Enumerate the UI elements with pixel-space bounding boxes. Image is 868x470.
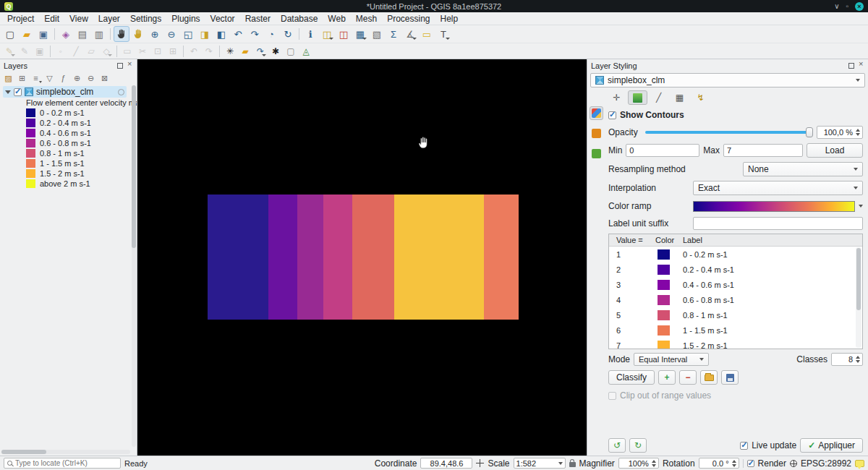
- spin-up-icon[interactable]: [856, 356, 860, 359]
- open-layer-styling-panel[interactable]: ▨: [2, 72, 14, 84]
- statistics-summary[interactable]: Σ: [386, 26, 401, 42]
- min-input[interactable]: [626, 144, 699, 157]
- style-undo-button[interactable]: ↺: [608, 438, 626, 453]
- table-scrollbar[interactable]: [856, 247, 861, 348]
- refresh-map[interactable]: ↻: [280, 26, 296, 42]
- load-button[interactable]: Load: [807, 143, 863, 158]
- menu-item[interactable]: Mesh: [351, 13, 382, 25]
- menu-item[interactable]: Web: [323, 13, 350, 25]
- opacity-spinbox[interactable]: 100,0 %: [817, 126, 863, 139]
- expand-all[interactable]: ⊕: [71, 72, 83, 84]
- 3d-view-tab[interactable]: [590, 127, 603, 140]
- class-table-row[interactable]: 6 1 - 1.5 m s-1: [609, 322, 862, 338]
- spin-down-icon[interactable]: [856, 133, 860, 136]
- maximize-window-icon[interactable]: ▫: [846, 3, 848, 10]
- class-table-row[interactable]: 1 0 - 0.2 m s-1: [609, 247, 862, 262]
- open-attribute-table[interactable]: ▦: [352, 26, 368, 42]
- style-redo-button[interactable]: ↻: [629, 438, 647, 453]
- vertex-tool[interactable]: ◇: [99, 44, 114, 59]
- dataset-group-label[interactable]: Flow element center velocity magnitud: [0, 98, 137, 108]
- interpolation-select[interactable]: Exact: [693, 181, 863, 195]
- select-features[interactable]: ◫: [319, 26, 335, 42]
- toolbar-button[interactable]: [116, 46, 117, 57]
- class-table-row[interactable]: 3 0.4 - 0.6 m s-1: [609, 277, 862, 292]
- live-update-checkbox[interactable]: [740, 442, 748, 450]
- class-table-row[interactable]: 5 0.8 - 1 m s-1: [609, 307, 862, 322]
- label-unit-suffix-input[interactable]: [693, 217, 863, 230]
- class-color-swatch[interactable]: [658, 341, 670, 350]
- current-edits[interactable]: ✎: [2, 44, 17, 59]
- menu-item[interactable]: Edit: [39, 13, 64, 25]
- lock-scale-icon[interactable]: [569, 462, 576, 467]
- spin-up-icon[interactable]: [856, 129, 860, 132]
- opacity-slider-handle[interactable]: [806, 127, 813, 137]
- add-group[interactable]: ⊞: [16, 72, 28, 84]
- show-layout-manager[interactable]: ▥: [91, 26, 107, 42]
- temporal-controller[interactable]: ◔: [263, 26, 279, 42]
- toggle-editing[interactable]: ✎: [17, 44, 32, 59]
- menu-item[interactable]: Project: [2, 13, 39, 25]
- layers-vertical-scrollbar[interactable]: [132, 85, 136, 447]
- float-panel-icon[interactable]: [848, 63, 854, 69]
- locator-search[interactable]: [4, 458, 121, 469]
- zoom-full[interactable]: ◱: [180, 26, 196, 42]
- delete-selected[interactable]: ▭: [120, 44, 135, 59]
- load-color-map-button[interactable]: [700, 370, 718, 385]
- menu-item[interactable]: Vector: [205, 13, 240, 25]
- identify-features[interactable]: ℹ: [302, 26, 318, 42]
- class-label[interactable]: 1 - 1.5 m s-1: [683, 326, 862, 335]
- pan-map-to-selection[interactable]: [130, 26, 146, 42]
- zoom-to-layer[interactable]: ◧: [213, 26, 229, 42]
- layer-visibility-checkbox[interactable]: [14, 88, 22, 96]
- expander-icon[interactable]: [5, 90, 11, 94]
- general-settings-tab[interactable]: ✛: [607, 90, 626, 105]
- class-label[interactable]: 1.5 - 2 m s-1: [683, 341, 862, 350]
- class-label[interactable]: 0 - 0.2 m s-1: [683, 250, 862, 259]
- style-manager[interactable]: ◈: [58, 26, 74, 42]
- zoom-next[interactable]: ↷: [247, 26, 263, 42]
- toolbar-button[interactable]: [299, 28, 299, 40]
- copy-features[interactable]: ⊡: [150, 44, 165, 59]
- menu-item[interactable]: Layer: [93, 13, 125, 25]
- menu-item[interactable]: Raster: [240, 13, 276, 25]
- menu-item[interactable]: Settings: [125, 13, 166, 25]
- opacity-slider[interactable]: [645, 127, 813, 138]
- map-canvas[interactable]: [137, 59, 587, 456]
- plugin-redo-arrow[interactable]: ↷: [253, 44, 268, 59]
- color-ramp-preview[interactable]: [693, 201, 855, 212]
- menu-item[interactable]: Database: [276, 13, 323, 25]
- render-checkbox[interactable]: [747, 460, 754, 467]
- mode-select[interactable]: Equal Interval: [634, 353, 709, 366]
- datasets-tab[interactable]: ▦: [670, 90, 689, 105]
- legend-item[interactable]: 0.4 - 0.6 m s-1: [0, 128, 137, 138]
- save-edits[interactable]: ▣: [33, 44, 47, 59]
- layers-horizontal-scrollbar[interactable]: [1, 450, 130, 454]
- map-tips[interactable]: ▭: [419, 26, 435, 42]
- shade-window-icon[interactable]: ∨: [834, 3, 839, 10]
- remove-layer[interactable]: ⊠: [98, 72, 111, 84]
- coordinate-input[interactable]: 89.4,48.6: [420, 458, 472, 469]
- vectors-tab[interactable]: ╱: [649, 90, 668, 105]
- spin-down-icon[interactable]: [732, 464, 736, 467]
- zoom-last[interactable]: ↶: [230, 26, 246, 42]
- menu-item[interactable]: View: [64, 13, 93, 25]
- remove-class-button[interactable]: −: [679, 370, 697, 385]
- legend-item[interactable]: 0.2 - 0.4 m s-1: [0, 118, 137, 128]
- menu-item[interactable]: Processing: [382, 13, 435, 25]
- deselect-features[interactable]: ◫: [336, 26, 352, 42]
- color-column-header[interactable]: Color: [655, 236, 683, 244]
- undo[interactable]: ↶: [187, 44, 201, 59]
- digitize-point[interactable]: ◦: [54, 44, 68, 59]
- toggle-extents-icon[interactable]: [476, 459, 484, 467]
- layer-indicator-icon[interactable]: [118, 89, 124, 95]
- class-table-row[interactable]: 2 0.2 - 0.4 m s-1: [609, 262, 862, 277]
- save-color-map-button[interactable]: [721, 370, 739, 385]
- text-annotation[interactable]: T: [435, 26, 451, 42]
- legend-item[interactable]: above 2 m s-1: [0, 179, 137, 189]
- float-panel-icon[interactable]: [117, 63, 123, 69]
- crs-code[interactable]: EPSG:28992: [801, 458, 851, 469]
- scale-combo[interactable]: 1:582: [514, 458, 566, 469]
- class-label[interactable]: 0.6 - 0.8 m s-1: [683, 296, 862, 304]
- layer-item-simplebox-clm[interactable]: simplebox_clm: [3, 86, 127, 98]
- pan-map[interactable]: [114, 26, 129, 42]
